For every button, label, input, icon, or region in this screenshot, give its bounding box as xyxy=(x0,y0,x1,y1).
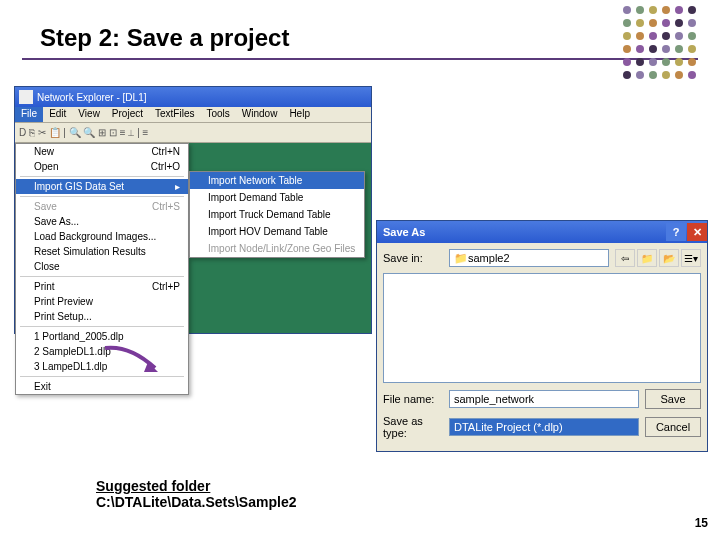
arrow-annotation xyxy=(100,340,180,380)
menu-tools[interactable]: Tools xyxy=(200,107,235,122)
menu-item-printsetup[interactable]: Print Setup... xyxy=(16,309,188,324)
title-underline xyxy=(22,58,698,60)
back-icon[interactable]: ⇦ xyxy=(615,249,635,267)
import-submenu: Import Network Table Import Demand Table… xyxy=(189,171,365,258)
titlebar[interactable]: Network Explorer - [DL1] xyxy=(15,87,371,107)
menu-item-saveas[interactable]: Save As... xyxy=(16,214,188,229)
menubar[interactable]: File Edit View Project TextFiles Tools W… xyxy=(15,107,371,123)
footer-text: Suggested folder C:\DTALite\Data.Sets\Sa… xyxy=(96,478,296,510)
menu-file[interactable]: File xyxy=(15,107,43,122)
type-combo[interactable]: DTALite Project (*.dlp) xyxy=(449,418,639,436)
save-button[interactable]: Save xyxy=(645,389,701,409)
submenu-import-truck[interactable]: Import Truck Demand Table xyxy=(190,206,364,223)
saveas-titlebar[interactable]: Save As ? ✕ xyxy=(377,221,707,243)
newfolder-icon[interactable]: 📂 xyxy=(659,249,679,267)
menu-item-open[interactable]: OpenCtrl+O xyxy=(16,159,188,174)
up-icon[interactable]: 📁 xyxy=(637,249,657,267)
menu-textfiles[interactable]: TextFiles xyxy=(149,107,200,122)
menu-item-import[interactable]: Import GIS Data Set▸ xyxy=(16,179,188,194)
filename-input[interactable]: sample_network xyxy=(449,390,639,408)
toolbar[interactable]: D ⎘ ✂ 📋 | 🔍 🔍 ⊞ ⊡ ≡ ⟂ | ≡ xyxy=(15,123,371,143)
submenu-import-hov[interactable]: Import HOV Demand Table xyxy=(190,223,364,240)
application-window: Network Explorer - [DL1] File Edit View … xyxy=(14,86,372,334)
app-icon xyxy=(19,90,33,104)
window-title: Network Explorer - [DL1] xyxy=(37,92,146,103)
submenu-import-demand[interactable]: Import Demand Table xyxy=(190,189,364,206)
file-list[interactable] xyxy=(383,273,701,383)
menu-item-save[interactable]: SaveCtrl+S xyxy=(16,199,188,214)
menu-item-exit[interactable]: Exit xyxy=(16,379,188,394)
submenu-import-geo[interactable]: Import Node/Link/Zone Geo Files xyxy=(190,240,364,257)
decoration-dots xyxy=(623,6,698,81)
submenu-import-network[interactable]: Import Network Table xyxy=(190,172,364,189)
footer-line2: C:\DTALite\Data.Sets\Sample2 xyxy=(96,494,296,510)
menu-edit[interactable]: Edit xyxy=(43,107,72,122)
cancel-button[interactable]: Cancel xyxy=(645,417,701,437)
menu-item-loadbg[interactable]: Load Background Images... xyxy=(16,229,188,244)
saveas-title-text: Save As xyxy=(383,226,425,238)
menu-item-printpreview[interactable]: Print Preview xyxy=(16,294,188,309)
help-button[interactable]: ? xyxy=(666,223,686,241)
workspace: NewCtrl+N OpenCtrl+O Import GIS Data Set… xyxy=(15,143,371,333)
footer-line1: Suggested folder xyxy=(96,478,296,494)
menu-item-reset[interactable]: Reset Simulation Results xyxy=(16,244,188,259)
slide-title: Step 2: Save a project xyxy=(40,24,289,52)
page-number: 15 xyxy=(695,516,708,530)
close-button[interactable]: ✕ xyxy=(687,223,707,241)
view-icon[interactable]: ☰▾ xyxy=(681,249,701,267)
saveas-dialog: Save As ? ✕ Save in: 📁 sample2 ⇦ 📁 📂 ☰▾ … xyxy=(376,220,708,452)
filename-label: File name: xyxy=(383,393,443,405)
menu-window[interactable]: Window xyxy=(236,107,284,122)
menu-project[interactable]: Project xyxy=(106,107,149,122)
type-label: Save as type: xyxy=(383,415,443,439)
menu-help[interactable]: Help xyxy=(283,107,316,122)
menu-item-new[interactable]: NewCtrl+N xyxy=(16,144,188,159)
menu-item-close[interactable]: Close xyxy=(16,259,188,274)
savein-combo[interactable]: 📁 sample2 xyxy=(449,249,609,267)
savein-label: Save in: xyxy=(383,252,443,264)
menu-item-print[interactable]: PrintCtrl+P xyxy=(16,279,188,294)
menu-view[interactable]: View xyxy=(72,107,106,122)
